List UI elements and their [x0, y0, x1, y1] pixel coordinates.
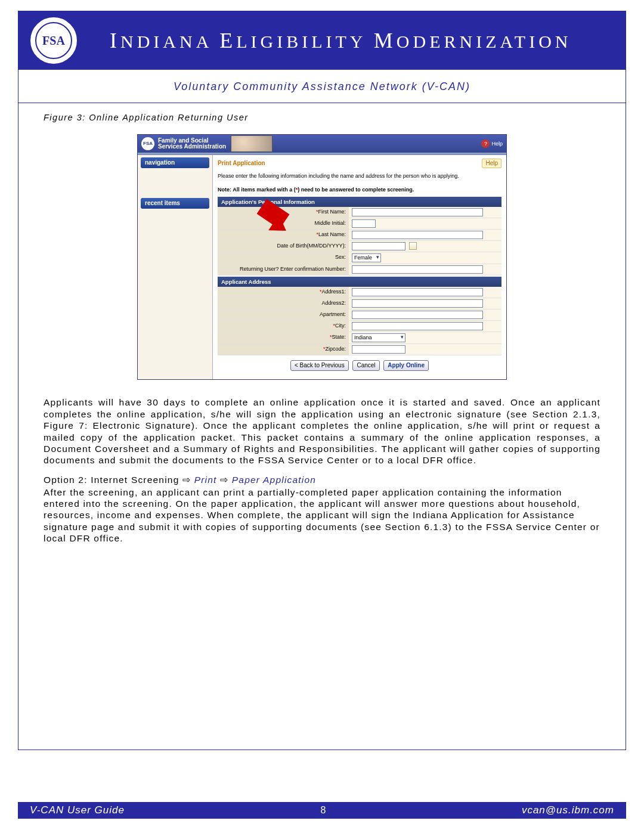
subhead-applicant-address: Applicant Address — [218, 277, 501, 287]
back-button[interactable]: < Back to Previous — [290, 360, 349, 371]
label-sex: Sex: — [218, 252, 349, 264]
row-apartment: Apartment: — [218, 309, 501, 321]
app-topbar-logo: FSA — [141, 137, 154, 150]
confirmation-number-input[interactable] — [352, 265, 483, 274]
label-address1-text: Address1: — [321, 289, 346, 295]
app-sidebar: navigation recent items — [138, 155, 212, 379]
figure-caption: Figure 3: Online Application Returning U… — [44, 113, 600, 122]
page-header: FSA INDIANA ELIGIBILITY MODERNIZATION — [18, 11, 626, 70]
app-topbar: FSA Family and Social Services Administr… — [138, 135, 506, 153]
app-topbar-title-line2: Services Administration — [158, 144, 226, 150]
fssa-logo-inner: FSA — [35, 22, 72, 59]
main-titlebar: Print Application Help — [218, 159, 501, 168]
row-dob: Date of Birth(MM/DD/YYYY): — [218, 241, 501, 252]
sidebar-item-recent[interactable]: recent items — [141, 198, 209, 209]
t3: E — [219, 29, 236, 52]
t4: LIGIBILITY — [236, 32, 374, 51]
sex-select[interactable]: Female — [352, 253, 381, 262]
option2-print: Print — [191, 475, 220, 485]
option2-paper: Paper Application — [228, 475, 316, 485]
paragraph-1: Applicants will have 30 days to complete… — [44, 397, 600, 466]
label-city: *City: — [218, 321, 349, 332]
screenshot-panel: FSA Family and Social Services Administr… — [137, 134, 507, 380]
label-dob: Date of Birth(MM/DD/YYYY): — [218, 241, 349, 252]
label-state-text: State: — [332, 334, 346, 340]
state-select[interactable]: Indiana — [352, 333, 405, 342]
cancel-button[interactable]: Cancel — [352, 360, 379, 371]
page-footer: V-CAN User Guide 8 vcan@us.ibm.com — [18, 802, 626, 819]
row-last-name: *Last Name: — [218, 230, 501, 241]
row-sex: Sex: Female — [218, 252, 501, 264]
topbar-help-label[interactable]: Help — [491, 141, 503, 147]
required-note-prefix: Note: All items marked with a ( — [218, 187, 296, 193]
page-title: INDIANA ELIGIBILITY MODERNIZATION — [110, 28, 572, 53]
instruction-text: Please enter the following information i… — [218, 168, 501, 182]
row-middle-initial: Middle Initial: — [218, 218, 501, 230]
footer-page-number: 8 — [320, 805, 326, 816]
label-address2: Address2: — [218, 298, 349, 309]
paragraph-2: After the screening, an applicant can pr… — [44, 487, 600, 544]
footer-right: vcan@us.ibm.com — [522, 804, 614, 816]
row-address1: *Address1: — [218, 287, 501, 298]
option2-line: Option 2: Internet Screening ⇨ Print ⇨ P… — [44, 475, 600, 485]
required-note: Note: All items marked with a (*) need t… — [218, 182, 501, 196]
footer-left: V-CAN User Guide — [30, 804, 125, 816]
row-city: *City: — [218, 321, 501, 332]
app-main: Print Application Help Please enter the … — [212, 155, 506, 379]
label-city-text: City: — [335, 323, 346, 329]
apartment-input[interactable] — [352, 311, 483, 319]
arrow-icon-2: ⇨ — [220, 475, 228, 485]
row-zip: *Zipcode: — [218, 344, 501, 355]
last-name-input[interactable] — [352, 231, 483, 239]
people-image — [231, 135, 273, 152]
address2-input[interactable] — [352, 299, 483, 308]
app-topbar-title: Family and Social Services Administratio… — [158, 138, 226, 150]
address1-input[interactable] — [352, 288, 483, 296]
t1: I — [110, 29, 120, 52]
t2: NDIANA — [120, 32, 219, 51]
first-name-input[interactable] — [352, 208, 483, 216]
apply-online-button[interactable]: Apply Online — [383, 360, 429, 371]
arrow-icon: ⇨ — [182, 475, 191, 485]
label-first-name-text: First Name: — [318, 209, 346, 215]
sidebar-item-navigation[interactable]: navigation — [141, 157, 209, 168]
fssa-logo: FSA — [30, 17, 77, 64]
app-body: navigation recent items Print Applicatio… — [138, 155, 506, 379]
help-button[interactable]: Help — [482, 159, 501, 168]
page-subtitle: Voluntary Community Assistance Network (… — [18, 70, 626, 103]
row-state: *State: Indiana — [218, 332, 501, 344]
calendar-icon[interactable] — [409, 242, 417, 250]
label-zip-text: Zipcode: — [325, 346, 346, 352]
required-note-suffix: ) need to be answered to complete screen… — [298, 187, 414, 193]
row-address2: Address2: — [218, 298, 501, 309]
label-last-name-text: Last Name: — [318, 231, 346, 237]
option2-prefix: Option 2: Internet Screening — [44, 475, 182, 485]
label-returning: Returning User? Enter confirmation Numbe… — [218, 264, 349, 275]
t5: M — [374, 29, 397, 52]
button-row: < Back to Previous Cancel Apply Online — [218, 355, 501, 373]
content-area: Figure 3: Online Application Returning U… — [18, 103, 626, 544]
zipcode-input[interactable] — [352, 345, 405, 354]
row-returning-user: Returning User? Enter confirmation Numbe… — [218, 264, 501, 275]
t6: ODERNIZATION — [397, 32, 572, 51]
city-input[interactable] — [352, 322, 483, 330]
section-title: Print Application — [218, 160, 265, 167]
page-frame: FSA INDIANA ELIGIBILITY MODERNIZATION Vo… — [18, 11, 626, 750]
label-apartment: Apartment: — [218, 309, 349, 320]
middle-initial-input[interactable] — [352, 219, 376, 228]
topbar-help-icon[interactable]: ? — [481, 140, 490, 148]
label-state: *State: — [218, 332, 349, 343]
subhead-personal-info: Application's Personal Information — [218, 197, 501, 207]
dob-input[interactable] — [352, 242, 405, 250]
label-address1: *Address1: — [218, 287, 349, 298]
label-zip: *Zipcode: — [218, 344, 349, 355]
